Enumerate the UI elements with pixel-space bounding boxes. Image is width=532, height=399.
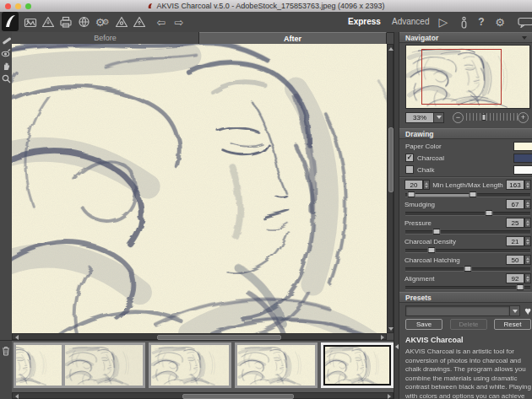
save-preset-button[interactable]: Save <box>405 319 442 330</box>
charcoal-stick-tool-icon[interactable] <box>0 35 12 47</box>
slider-value[interactable]: 92 <box>506 273 524 283</box>
delete-snapshot-icon[interactable] <box>2 344 10 359</box>
slider-spinner[interactable] <box>524 199 531 209</box>
timeline <box>12 340 394 393</box>
canvas-vscrollbar[interactable] <box>387 44 394 333</box>
canvas-hscrollbar[interactable] <box>12 333 387 340</box>
slider-spinner[interactable] <box>524 273 531 283</box>
timeline-scrollbar[interactable] <box>12 392 394 399</box>
drawing-title: Drawing <box>405 130 434 138</box>
min-length-value[interactable]: 20 <box>404 180 423 190</box>
slider-handle[interactable] <box>517 284 524 290</box>
redo-icon[interactable]: ⇨ <box>171 13 187 30</box>
max-length-spinner[interactable] <box>524 180 531 190</box>
mode-advanced[interactable]: Advanced <box>392 17 429 26</box>
navigator-preview[interactable] <box>405 45 530 109</box>
about-description: AKVIS Charcoal is an artistic tool for c… <box>405 348 531 399</box>
save-image-icon[interactable] <box>41 13 56 30</box>
navigator-header[interactable]: Navigator <box>399 32 532 43</box>
slider-handle[interactable] <box>433 229 441 235</box>
window-title: AKVIS Charcoal v.5.0 - AdobeStock_175853… <box>0 0 532 12</box>
zoom-slider[interactable] <box>466 113 520 121</box>
slider-track[interactable] <box>405 267 530 272</box>
print-icon[interactable] <box>58 13 73 30</box>
navigator-view-frame[interactable] <box>421 49 502 105</box>
min-handle[interactable] <box>408 191 415 197</box>
slider-track[interactable] <box>405 212 530 216</box>
slider-spinner[interactable] <box>524 255 531 265</box>
tab-before[interactable]: Before <box>12 32 199 44</box>
chalk-color-swatch[interactable] <box>513 165 532 175</box>
slider-value[interactable]: 21 <box>506 236 524 246</box>
presets-title: Presets <box>405 294 432 302</box>
batch-processing-icon[interactable]: ⚙⚙ <box>93 13 111 30</box>
timeline-snapshot-2[interactable] <box>62 342 145 388</box>
preset-dropdown-icon[interactable] <box>510 305 520 316</box>
charcoal-row: ✓ Charcoal <box>405 153 531 163</box>
akvis-logo[interactable] <box>2 12 19 31</box>
paper-color-row: Paper Color <box>405 141 531 151</box>
slider-value[interactable]: 67 <box>506 199 524 209</box>
paper-color-swatch[interactable] <box>513 142 532 151</box>
export-presets-icon[interactable] <box>132 13 147 30</box>
slider-value[interactable]: 50 <box>506 255 524 265</box>
about-icon[interactable] <box>458 13 470 30</box>
divider <box>399 176 532 178</box>
navigator-menu-icon[interactable] <box>522 36 527 40</box>
reset-preset-button[interactable]: Reset <box>494 319 531 330</box>
delete-preset-button[interactable]: Delete <box>450 319 487 330</box>
zoom-tool-icon[interactable] <box>0 73 12 85</box>
help-icon[interactable]: ? <box>475 13 487 30</box>
timeline-snapshot-5-selected[interactable] <box>321 342 394 388</box>
run-icon[interactable]: ▷ <box>436 13 451 30</box>
quick-preview-tool-icon[interactable] <box>0 47 12 60</box>
max-handle[interactable] <box>469 191 476 197</box>
timeline-scroll-right-icon[interactable] <box>386 394 393 399</box>
max-length-value[interactable]: 163 <box>506 180 524 190</box>
timeline-snapshot-3[interactable] <box>149 342 231 388</box>
import-presets-icon[interactable] <box>114 13 129 30</box>
charcoal-label: Charcoal <box>417 154 444 162</box>
preferences-icon[interactable]: ⚙ <box>493 13 507 30</box>
timeline-snapshot-4[interactable] <box>235 342 318 388</box>
mode-express[interactable]: Express <box>348 17 381 26</box>
timeline-scroll-thumb[interactable] <box>182 394 294 399</box>
slider-handle[interactable] <box>464 266 472 272</box>
slider-track[interactable] <box>405 230 530 235</box>
slider-value[interactable]: 25 <box>506 218 524 228</box>
minmax-label: Min Length/Max Length <box>430 181 506 189</box>
image-canvas[interactable] <box>12 44 387 333</box>
timeline-scroll-left-icon[interactable] <box>14 394 20 399</box>
undo-icon[interactable]: ⇦ <box>154 13 169 30</box>
zoom-dropdown-icon[interactable] <box>434 112 444 123</box>
open-image-icon[interactable] <box>23 13 38 30</box>
publish-icon[interactable] <box>76 13 91 30</box>
paper-color-label: Paper Color <box>405 143 442 150</box>
minmax-slider[interactable] <box>405 193 530 197</box>
timeline-snapshot-1[interactable] <box>14 342 64 388</box>
favorite-preset-icon[interactable]: ♥ <box>524 305 531 316</box>
preset-select[interactable] <box>405 305 510 316</box>
zoom-out-icon[interactable]: − <box>453 112 464 123</box>
zoom-value[interactable]: 33% <box>405 112 434 123</box>
slider-label: Alignment <box>404 275 506 283</box>
charcoal-color-swatch[interactable] <box>513 154 532 163</box>
charcoal-checkbox[interactable]: ✓ <box>405 154 414 162</box>
hand-tool-icon[interactable] <box>0 60 12 73</box>
min-length-spinner[interactable] <box>423 180 430 190</box>
chalk-checkbox[interactable] <box>405 165 414 174</box>
slider-track[interactable] <box>405 286 530 290</box>
slider-spinner[interactable] <box>524 218 531 228</box>
drawing-header[interactable]: Drawing <box>399 128 532 139</box>
zoom-slider-handle[interactable] <box>482 114 486 121</box>
app-icon <box>147 3 154 9</box>
slider-spinner[interactable] <box>524 236 531 246</box>
feedback-icon[interactable] <box>517 13 532 30</box>
settings-panel: Navigator 33% − + Drawing Paper Color ✓ … <box>399 32 532 399</box>
tab-after[interactable]: After <box>199 32 387 44</box>
slider-handle[interactable] <box>486 210 493 216</box>
slider-track[interactable] <box>405 249 530 253</box>
title-bar: AKVIS Charcoal v.5.0 - AdobeStock_175853… <box>0 0 532 13</box>
slider-handle[interactable] <box>428 247 436 253</box>
presets-header[interactable]: Presets <box>399 292 532 303</box>
